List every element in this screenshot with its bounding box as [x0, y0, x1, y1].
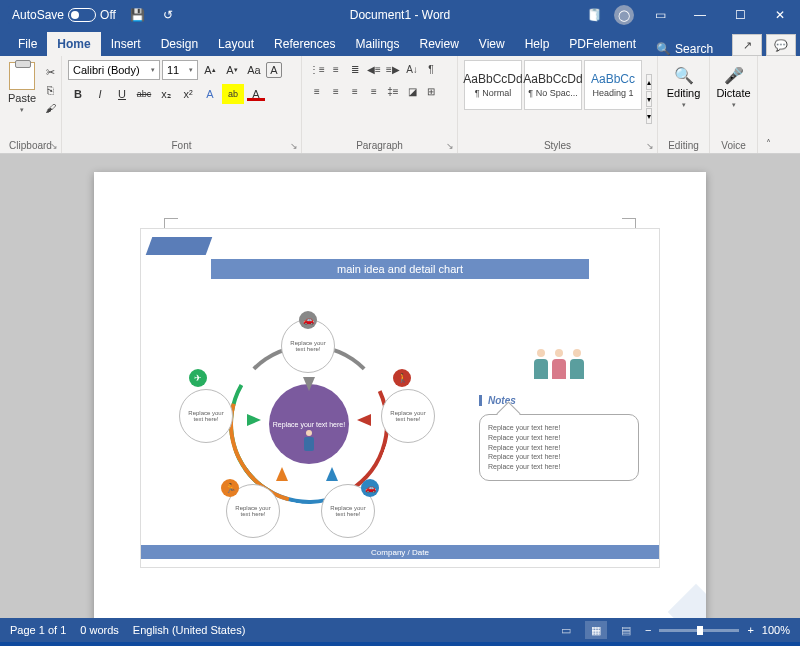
maximize-button[interactable]: ☐: [720, 0, 760, 30]
zoom-in-button[interactable]: +: [747, 624, 753, 636]
editing-group-label: Editing: [664, 138, 703, 151]
paste-button[interactable]: Paste ▾: [6, 60, 38, 138]
grow-font-button[interactable]: A▴: [200, 60, 220, 80]
shrink-font-button[interactable]: A▾: [222, 60, 242, 80]
tab-design[interactable]: Design: [151, 32, 208, 56]
word-count[interactable]: 0 words: [80, 624, 119, 636]
editing-button[interactable]: 🔍 Editing ▾: [664, 60, 703, 109]
close-button[interactable]: ✕: [760, 0, 800, 30]
zoom-slider[interactable]: [659, 629, 739, 632]
read-mode-button[interactable]: ▭: [555, 621, 577, 639]
arrow-icon: [247, 414, 261, 426]
search-button[interactable]: 🔍 Search: [646, 42, 723, 56]
italic-button[interactable]: I: [90, 84, 110, 104]
toilet-paper-icon: 🧻: [587, 8, 602, 22]
chevron-down-icon: ▾: [682, 101, 686, 109]
clipboard-group: Paste ▾ ✂ ⎘ 🖌 Clipboard ↘: [0, 56, 62, 153]
scroll-down-icon[interactable]: ▾: [646, 91, 652, 107]
tab-review[interactable]: Review: [409, 32, 468, 56]
tab-file[interactable]: File: [8, 32, 47, 56]
comments-button[interactable]: 💬: [766, 34, 796, 56]
autosave-toggle[interactable]: AutoSave Off: [8, 6, 120, 24]
zoom-out-button[interactable]: −: [645, 624, 651, 636]
scroll-up-icon[interactable]: ▴: [646, 74, 652, 90]
paragraph-launcher-icon[interactable]: ↘: [446, 141, 454, 151]
underline-button[interactable]: U: [112, 84, 132, 104]
language-indicator[interactable]: English (United States): [133, 624, 246, 636]
editing-label: Editing: [667, 87, 701, 99]
share-button[interactable]: ↗: [732, 34, 762, 56]
align-left-button[interactable]: ≡: [308, 82, 326, 100]
increase-indent-button[interactable]: ≡▶: [384, 60, 402, 78]
document-title: Document1 - Word: [350, 8, 450, 22]
title-bar: AutoSave Off 💾 ↺ Document1 - Word 🧻 ◯ ▭ …: [0, 0, 800, 30]
dictate-label: Dictate: [716, 87, 750, 99]
subscript-button[interactable]: x₂: [156, 84, 176, 104]
tab-help[interactable]: Help: [515, 32, 560, 56]
ribbon-display-icon[interactable]: ▭: [640, 0, 680, 30]
font-launcher-icon[interactable]: ↘: [290, 141, 298, 151]
change-case-button[interactable]: Aa: [244, 60, 264, 80]
running-icon: 🏃: [221, 479, 239, 497]
clipboard-launcher-icon[interactable]: ↘: [50, 141, 58, 151]
smartart-chart[interactable]: main idea and detail chart Replace your …: [140, 228, 660, 568]
line-spacing-button[interactable]: ‡≡: [384, 82, 402, 100]
web-layout-button[interactable]: ▤: [615, 621, 637, 639]
status-bar: Page 1 of 1 0 words English (United Stat…: [0, 618, 800, 642]
save-icon[interactable]: 💾: [126, 0, 150, 30]
tab-mailings[interactable]: Mailings: [345, 32, 409, 56]
paste-icon: [9, 62, 35, 90]
borders-button[interactable]: ⊞: [422, 82, 440, 100]
font-color-button[interactable]: A: [246, 84, 266, 104]
superscript-button[interactable]: x²: [178, 84, 198, 104]
tab-pdfelement[interactable]: PDFelement: [559, 32, 646, 56]
format-painter-button[interactable]: 🖌: [42, 100, 58, 116]
sort-button[interactable]: A↓: [403, 60, 421, 78]
shading-button[interactable]: ◪: [403, 82, 421, 100]
justify-button[interactable]: ≡: [365, 82, 383, 100]
dictate-button[interactable]: 🎤 Dictate ▾: [716, 60, 751, 109]
numbering-button[interactable]: ≡: [327, 60, 345, 78]
styles-launcher-icon[interactable]: ↘: [646, 141, 654, 151]
styles-group: AaBbCcDd ¶ Normal AaBbCcDd ¶ No Spac... …: [458, 56, 658, 153]
ribbon-tabs: File Home Insert Design Layout Reference…: [0, 30, 800, 56]
tab-view[interactable]: View: [469, 32, 515, 56]
font-group-label: Font: [68, 138, 295, 151]
paste-label: Paste: [8, 92, 36, 104]
microphone-icon: 🎤: [724, 66, 744, 85]
zoom-level[interactable]: 100%: [762, 624, 790, 636]
header-tab-shape: [146, 237, 213, 255]
tab-insert[interactable]: Insert: [101, 32, 151, 56]
clear-formatting-button[interactable]: A: [266, 62, 282, 78]
print-layout-button[interactable]: ▦: [585, 621, 607, 639]
expand-gallery-icon[interactable]: ▾: [646, 108, 652, 124]
strikethrough-button[interactable]: abc: [134, 84, 154, 104]
font-size-combo[interactable]: 11▾: [162, 60, 198, 80]
undo-icon[interactable]: ↺: [156, 0, 180, 30]
highlight-button[interactable]: ab: [222, 84, 244, 104]
document-canvas[interactable]: main idea and detail chart Replace your …: [0, 154, 800, 618]
multilevel-button[interactable]: ≣: [346, 60, 364, 78]
collapse-ribbon-icon[interactable]: ˄: [766, 138, 771, 149]
decrease-indent-button[interactable]: ◀≡: [365, 60, 383, 78]
style-heading1[interactable]: AaBbCc Heading 1: [584, 60, 642, 110]
minimize-button[interactable]: —: [680, 0, 720, 30]
copy-button[interactable]: ⎘: [42, 82, 58, 98]
align-center-button[interactable]: ≡: [327, 82, 345, 100]
bold-button[interactable]: B: [68, 84, 88, 104]
text-effects-button[interactable]: A: [200, 84, 220, 104]
font-name-combo[interactable]: Calibri (Body)▾: [68, 60, 160, 80]
style-normal[interactable]: AaBbCcDd ¶ Normal: [464, 60, 522, 110]
tab-layout[interactable]: Layout: [208, 32, 264, 56]
align-right-button[interactable]: ≡: [346, 82, 364, 100]
cut-button[interactable]: ✂: [42, 64, 58, 80]
voice-group-label: Voice: [716, 138, 751, 151]
bullets-button[interactable]: ⋮≡: [308, 60, 326, 78]
page-indicator[interactable]: Page 1 of 1: [10, 624, 66, 636]
tab-home[interactable]: Home: [47, 32, 100, 56]
account-icon[interactable]: ◯: [614, 5, 634, 25]
styles-gallery-scroll[interactable]: ▴ ▾ ▾: [646, 60, 652, 138]
tab-references[interactable]: References: [264, 32, 345, 56]
style-no-spacing[interactable]: AaBbCcDd ¶ No Spac...: [524, 60, 582, 110]
show-marks-button[interactable]: ¶: [422, 60, 440, 78]
